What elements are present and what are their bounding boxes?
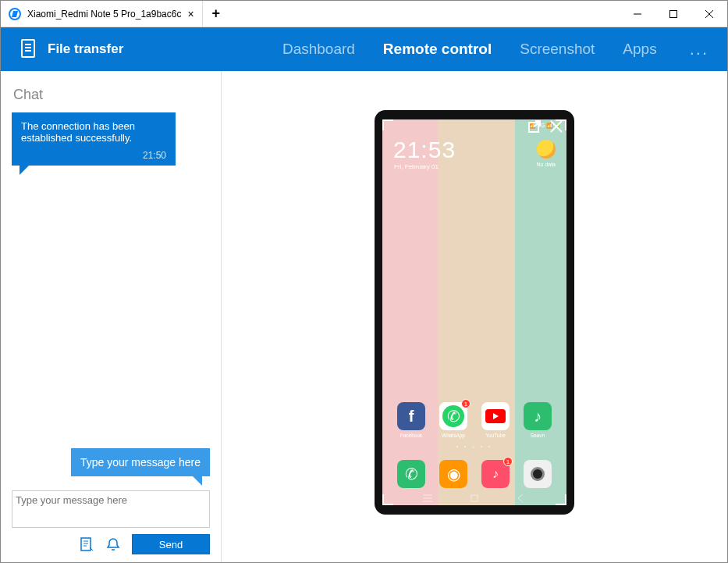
camera-icon <box>524 460 552 488</box>
file-transfer-button[interactable]: File transfer <box>48 41 123 57</box>
app-saavn[interactable]: ♪ Saavn <box>517 402 559 438</box>
chat-message-time: 21:50 <box>21 150 166 161</box>
weather-widget[interactable]: No data <box>536 140 556 167</box>
phone-icon: ✆ <box>397 460 425 488</box>
chat-input[interactable] <box>12 490 210 528</box>
nav-home-icon[interactable] <box>469 493 480 504</box>
nav-menu-icon[interactable] <box>422 493 433 504</box>
crop-corner <box>382 119 393 130</box>
saavn-icon: ♪ <box>524 402 552 430</box>
svg-rect-17 <box>471 495 478 501</box>
tab-dashboard[interactable]: Dashboard <box>282 41 355 58</box>
app-label: WhatsApp <box>442 433 465 438</box>
youtube-icon <box>481 402 510 430</box>
window-controls <box>620 1 727 27</box>
close-overlay-icon[interactable] <box>549 119 563 134</box>
minimize-button[interactable] <box>620 1 655 27</box>
popout-icon[interactable] <box>527 119 542 134</box>
app-label: YouTube <box>485 433 506 438</box>
app-facebook[interactable]: f Facebook <box>390 402 432 438</box>
close-window-button[interactable] <box>691 1 727 27</box>
dock-phone[interactable]: ✆ <box>390 460 432 488</box>
chat-heading: Chat <box>12 87 210 103</box>
tab-title: Xiaomi_Redmi Note 5 Pro_1a9bac6c <box>27 9 181 20</box>
music-icon: ♪1 <box>481 460 510 488</box>
add-tab-button[interactable]: + <box>203 1 229 27</box>
teamviewer-icon <box>9 8 21 20</box>
window-titlebar: Xiaomi_Redmi Note 5 Pro_1a9bac6c × + <box>1 1 727 27</box>
badge: 1 <box>461 399 471 408</box>
tab-screenshot[interactable]: Screenshot <box>520 41 595 58</box>
attach-file-icon[interactable] <box>79 536 94 552</box>
page-indicator: • • ○ • • <box>382 444 566 449</box>
browser-icon: ◉ <box>439 460 467 488</box>
tab-apps[interactable]: Apps <box>623 41 656 58</box>
chat-message: The connection has been established succ… <box>12 112 176 166</box>
dock-music[interactable]: ♪1 <box>474 460 517 488</box>
nav-back-icon[interactable] <box>516 493 527 504</box>
chat-panel: Chat The connection has been established… <box>1 71 222 562</box>
tab-more[interactable]: ... <box>685 39 708 59</box>
nav-tabs: Dashboard Remote control Screenshot Apps… <box>282 39 708 59</box>
app-label: Facebook <box>400 433 423 438</box>
dock-browser[interactable]: ◉ <box>432 460 474 488</box>
tab-remote-control[interactable]: Remote control <box>383 41 492 58</box>
app-label: Saavn <box>531 433 545 438</box>
main-toolbar: File transfer Dashboard Remote control S… <box>1 27 727 71</box>
device-screen[interactable]: 📶 4G 📶 🔋 21:53 Fri, February 01 No data … <box>382 119 566 505</box>
dock-camera[interactable] <box>517 460 559 488</box>
chat-message-text: The connection has been established succ… <box>21 120 166 144</box>
remote-viewport: 📶 4G 📶 🔋 21:53 Fri, February 01 No data … <box>222 71 727 562</box>
close-tab-icon[interactable]: × <box>187 8 194 20</box>
chat-hint: Type your message here <box>71 448 210 476</box>
nudge-icon[interactable] <box>105 536 121 552</box>
session-tab[interactable]: Xiaomi_Redmi Note 5 Pro_1a9bac6c × <box>1 1 203 27</box>
send-button[interactable]: Send <box>132 534 210 554</box>
weather-label: No data <box>536 162 556 167</box>
app-whatsapp[interactable]: ✆1 WhatsApp <box>432 402 474 438</box>
maximize-button[interactable] <box>655 1 691 27</box>
sun-icon <box>537 140 556 159</box>
whatsapp-icon: ✆1 <box>439 402 467 430</box>
badge: 1 <box>503 457 513 466</box>
file-transfer-icon <box>20 39 37 59</box>
android-navbar <box>382 493 566 504</box>
svg-rect-1 <box>670 10 677 17</box>
device-frame: 📶 4G 📶 🔋 21:53 Fri, February 01 No data … <box>375 110 574 515</box>
facebook-icon: f <box>397 402 425 430</box>
svg-rect-8 <box>81 538 91 551</box>
app-youtube[interactable]: YouTube <box>474 402 517 438</box>
home-apps: f Facebook ✆1 WhatsApp YouTube ♪ Saavn <box>382 402 566 438</box>
chat-actions: Send <box>12 534 210 554</box>
main-area: Chat The connection has been established… <box>1 71 727 562</box>
dock: ✆ ◉ ♪1 <box>382 460 566 488</box>
